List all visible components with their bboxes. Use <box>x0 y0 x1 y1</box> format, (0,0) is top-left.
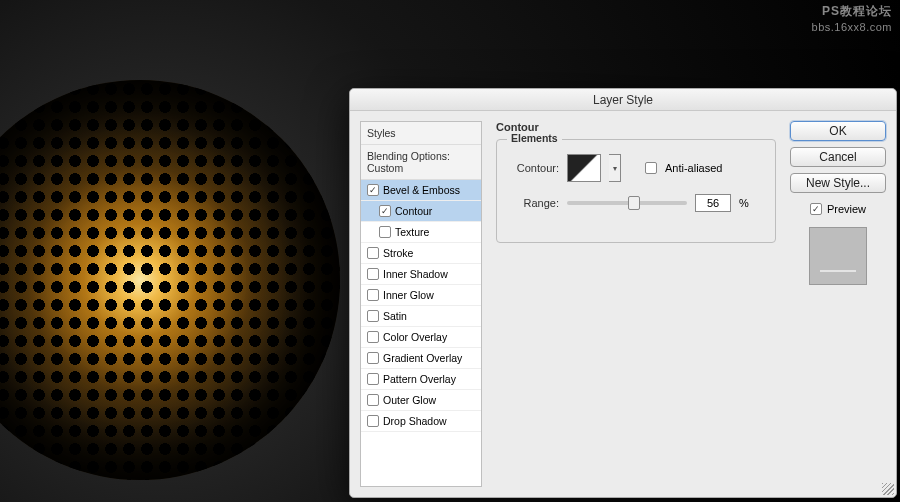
sidebar-item-pattern-overlay[interactable]: Pattern Overlay <box>361 369 481 390</box>
sidebar-checkbox[interactable] <box>367 184 379 196</box>
watermark-line1: PS教程论坛 <box>812 4 892 20</box>
background-artwork <box>0 80 340 480</box>
sidebar-item-label: Bevel & Emboss <box>383 184 460 196</box>
contour-dropdown-icon[interactable]: ▾ <box>609 154 621 182</box>
sidebar-item-label: Outer Glow <box>383 394 436 406</box>
styles-header[interactable]: Styles <box>361 122 481 145</box>
sidebar-checkbox[interactable] <box>367 268 379 280</box>
blending-options-row[interactable]: Blending Options: Custom <box>361 145 481 180</box>
sidebar-checkbox[interactable] <box>379 205 391 217</box>
right-column: OK Cancel New Style... Preview <box>790 121 886 487</box>
sidebar-item-bevel-emboss[interactable]: Bevel & Emboss <box>361 180 481 201</box>
resize-handle-icon[interactable] <box>882 483 894 495</box>
sidebar-item-color-overlay[interactable]: Color Overlay <box>361 327 481 348</box>
elements-fieldset: Elements Contour: ▾ Anti-aliased Range: … <box>496 139 776 243</box>
range-row: Range: 56 % <box>509 194 763 212</box>
dialog-body: Styles Blending Options: Custom Bevel & … <box>350 111 896 497</box>
sidebar-item-gradient-overlay[interactable]: Gradient Overlay <box>361 348 481 369</box>
sidebar-item-drop-shadow[interactable]: Drop Shadow <box>361 411 481 432</box>
sidebar-item-contour[interactable]: Contour <box>361 201 481 222</box>
preview-label: Preview <box>827 203 866 215</box>
range-unit: % <box>739 197 749 209</box>
sidebar-checkbox[interactable] <box>367 373 379 385</box>
sidebar-item-label: Pattern Overlay <box>383 373 456 385</box>
sidebar-item-inner-shadow[interactable]: Inner Shadow <box>361 264 481 285</box>
sidebar-item-label: Inner Shadow <box>383 268 448 280</box>
sidebar-item-label: Contour <box>395 205 432 217</box>
range-label: Range: <box>509 197 559 209</box>
sidebar-checkbox[interactable] <box>379 226 391 238</box>
sidebar-checkbox[interactable] <box>367 415 379 427</box>
antialiased-checkbox[interactable] <box>645 162 657 174</box>
sidebar-item-label: Drop Shadow <box>383 415 447 427</box>
sidebar-checkbox[interactable] <box>367 247 379 259</box>
sidebar-checkbox[interactable] <box>367 352 379 364</box>
sidebar-item-texture[interactable]: Texture <box>361 222 481 243</box>
range-input[interactable]: 56 <box>695 194 731 212</box>
sidebar-item-label: Satin <box>383 310 407 322</box>
sidebar-checkbox[interactable] <box>367 310 379 322</box>
range-slider[interactable] <box>567 201 687 205</box>
contour-picker[interactable] <box>567 154 601 182</box>
sidebar-item-label: Inner Glow <box>383 289 434 301</box>
contour-row: Contour: ▾ Anti-aliased <box>509 154 763 182</box>
sidebar-checkbox[interactable] <box>367 394 379 406</box>
sidebar-item-label: Stroke <box>383 247 413 259</box>
watermark-line2: bbs.16xx8.com <box>812 20 892 34</box>
contour-panel: Contour Elements Contour: ▾ Anti-aliased… <box>492 121 780 487</box>
watermark: PS教程论坛 bbs.16xx8.com <box>812 4 892 34</box>
layer-style-dialog: Layer Style Styles Blending Options: Cus… <box>349 88 897 498</box>
fieldset-legend: Elements <box>507 132 562 144</box>
antialiased-label: Anti-aliased <box>665 162 722 174</box>
preview-swatch <box>809 227 867 285</box>
dialog-title: Layer Style <box>350 89 896 111</box>
new-style-button[interactable]: New Style... <box>790 173 886 193</box>
sidebar-checkbox[interactable] <box>367 289 379 301</box>
cancel-button[interactable]: Cancel <box>790 147 886 167</box>
sidebar-item-inner-glow[interactable]: Inner Glow <box>361 285 481 306</box>
range-slider-knob[interactable] <box>628 196 640 210</box>
styles-sidebar: Styles Blending Options: Custom Bevel & … <box>360 121 482 487</box>
contour-label: Contour: <box>509 162 559 174</box>
sidebar-item-label: Texture <box>395 226 429 238</box>
ok-button[interactable]: OK <box>790 121 886 141</box>
sidebar-item-satin[interactable]: Satin <box>361 306 481 327</box>
sidebar-item-label: Color Overlay <box>383 331 447 343</box>
preview-row: Preview <box>810 203 866 215</box>
sidebar-checkbox[interactable] <box>367 331 379 343</box>
sidebar-item-stroke[interactable]: Stroke <box>361 243 481 264</box>
sidebar-item-label: Gradient Overlay <box>383 352 462 364</box>
sidebar-item-outer-glow[interactable]: Outer Glow <box>361 390 481 411</box>
preview-checkbox[interactable] <box>810 203 822 215</box>
